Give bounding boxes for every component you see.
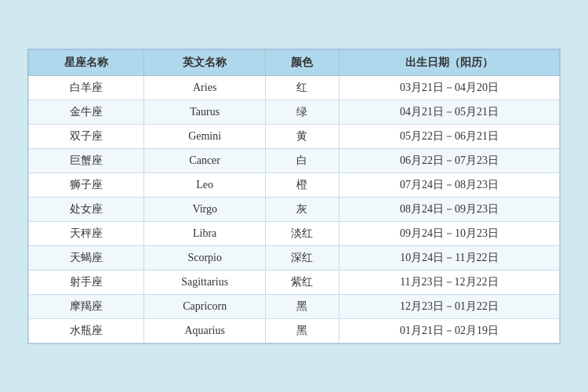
cell-cn-name: 巨蟹座 [29, 148, 144, 172]
cell-en-name: Libra [144, 221, 266, 245]
cell-cn-name: 金牛座 [29, 100, 144, 124]
table-row: 巨蟹座Cancer白06月22日－07月23日 [29, 148, 560, 172]
cell-cn-name: 狮子座 [29, 172, 144, 197]
cell-date: 06月22日－07月23日 [339, 148, 559, 172]
cell-date: 01月21日－02月19日 [339, 318, 559, 343]
table-body: 白羊座Aries红03月21日－04月20日金牛座Taurus绿04月21日－0… [29, 75, 560, 343]
cell-cn-name: 处女座 [29, 197, 144, 221]
zodiac-table: 星座名称 英文名称 颜色 出生日期（阳历） 白羊座Aries红03月21日－04… [28, 49, 560, 343]
table-header-row: 星座名称 英文名称 颜色 出生日期（阳历） [29, 49, 560, 75]
table-row: 天秤座Libra淡红09月24日－10月23日 [29, 221, 560, 245]
cell-date: 05月22日－06月21日 [339, 124, 559, 148]
cell-date: 09月24日－10月23日 [339, 221, 559, 245]
cell-date: 11月23日－12月22日 [339, 270, 559, 294]
cell-en-name: Gemini [144, 124, 266, 148]
cell-date: 03月21日－04月20日 [339, 75, 559, 100]
cell-color: 绿 [266, 100, 339, 124]
table-row: 处女座Virgo灰08月24日－09月23日 [29, 197, 560, 221]
cell-color: 橙 [266, 172, 339, 197]
cell-en-name: Cancer [144, 148, 266, 172]
cell-cn-name: 白羊座 [29, 75, 144, 100]
cell-date: 12月23日－01月22日 [339, 294, 559, 318]
cell-color: 黄 [266, 124, 339, 148]
cell-cn-name: 水瓶座 [29, 318, 144, 343]
header-date: 出生日期（阳历） [339, 49, 559, 75]
cell-en-name: Scorpio [144, 245, 266, 270]
table-row: 白羊座Aries红03月21日－04月20日 [29, 75, 560, 100]
cell-color: 灰 [266, 197, 339, 221]
table-row: 双子座Gemini黄05月22日－06月21日 [29, 124, 560, 148]
cell-en-name: Capricorn [144, 294, 266, 318]
table-row: 金牛座Taurus绿04月21日－05月21日 [29, 100, 560, 124]
cell-color: 淡红 [266, 221, 339, 245]
zodiac-table-wrapper: 星座名称 英文名称 颜色 出生日期（阳历） 白羊座Aries红03月21日－04… [27, 49, 561, 344]
cell-cn-name: 射手座 [29, 270, 144, 294]
cell-en-name: Aries [144, 75, 266, 100]
cell-color: 黑 [266, 318, 339, 343]
table-row: 射手座Sagittarius紫红11月23日－12月22日 [29, 270, 560, 294]
table-row: 狮子座Leo橙07月24日－08月23日 [29, 172, 560, 197]
header-color: 颜色 [266, 49, 339, 75]
cell-date: 08月24日－09月23日 [339, 197, 559, 221]
cell-color: 黑 [266, 294, 339, 318]
cell-en-name: Sagittarius [144, 270, 266, 294]
cell-color: 紫红 [266, 270, 339, 294]
cell-en-name: Virgo [144, 197, 266, 221]
cell-date: 04月21日－05月21日 [339, 100, 559, 124]
cell-en-name: Aquarius [144, 318, 266, 343]
cell-en-name: Taurus [144, 100, 266, 124]
table-row: 摩羯座Capricorn黑12月23日－01月22日 [29, 294, 560, 318]
header-en-name: 英文名称 [144, 49, 266, 75]
cell-cn-name: 天秤座 [29, 221, 144, 245]
cell-color: 深红 [266, 245, 339, 270]
header-cn-name: 星座名称 [29, 49, 144, 75]
table-row: 天蝎座Scorpio深红10月24日－11月22日 [29, 245, 560, 270]
cell-en-name: Leo [144, 172, 266, 197]
cell-cn-name: 天蝎座 [29, 245, 144, 270]
cell-cn-name: 双子座 [29, 124, 144, 148]
cell-date: 07月24日－08月23日 [339, 172, 559, 197]
cell-date: 10月24日－11月22日 [339, 245, 559, 270]
cell-color: 红 [266, 75, 339, 100]
cell-color: 白 [266, 148, 339, 172]
cell-cn-name: 摩羯座 [29, 294, 144, 318]
table-row: 水瓶座Aquarius黑01月21日－02月19日 [29, 318, 560, 343]
